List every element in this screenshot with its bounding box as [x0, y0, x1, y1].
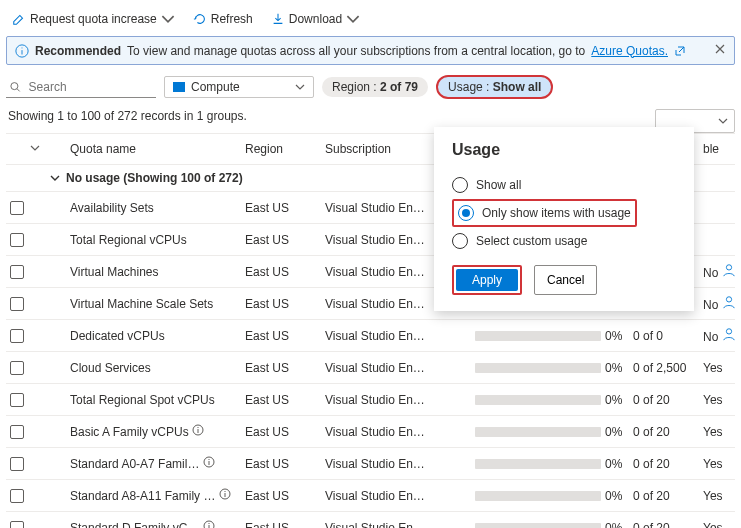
person-icon[interactable] [722, 327, 736, 341]
quota-name-cell: Virtual Machine Scale Sets [68, 293, 243, 315]
subscription-cell: Visual Studio En… [323, 453, 433, 475]
adjustable-cell: Yes [701, 357, 741, 379]
azure-quotas-link[interactable]: Azure Quotas. [591, 44, 668, 58]
row-checkbox[interactable] [10, 233, 24, 247]
radio-icon [452, 233, 468, 249]
command-bar: Request quota increase Refresh Download [6, 6, 735, 36]
info-icon[interactable] [192, 424, 204, 436]
usage-bar [473, 423, 603, 441]
region-cell: East US [243, 421, 323, 443]
chevron-down-icon [718, 116, 728, 126]
expand-all-toggle[interactable] [28, 136, 68, 162]
refresh-button[interactable]: Refresh [187, 10, 259, 28]
quota-text: 0 of 2,500 [631, 357, 701, 379]
radio-custom-usage[interactable]: Select custom usage [452, 227, 676, 255]
info-icon[interactable] [219, 488, 231, 500]
table-row[interactable]: Standard A0-A7 Famil… East USVisual Stud… [6, 448, 735, 480]
radio-only-usage[interactable]: Only show items with usage [458, 203, 631, 223]
subscription-cell: Visual Studio En… [323, 293, 433, 315]
row-checkbox[interactable] [10, 297, 24, 311]
chevron-down-icon [295, 82, 305, 92]
row-checkbox[interactable] [10, 265, 24, 279]
search-box[interactable] [6, 77, 156, 98]
radio-label: Only show items with usage [482, 206, 631, 220]
quota-grid: Quota name Region Subscription ble No us… [6, 133, 735, 528]
subscription-cell: Visual Studio En… [323, 517, 433, 529]
info-icon [15, 44, 29, 58]
request-quota-label: Request quota increase [30, 12, 157, 26]
usage-filter-pill[interactable]: Usage : Show all [436, 75, 553, 99]
radio-icon [452, 177, 468, 193]
chevron-down-icon [161, 12, 175, 26]
table-row[interactable]: Standard D Family vC… East USVisual Stud… [6, 512, 735, 528]
row-checkbox[interactable] [10, 329, 24, 343]
svg-point-4 [726, 329, 731, 334]
table-row[interactable]: Cloud ServicesEast USVisual Studio En…0%… [6, 352, 735, 384]
refresh-icon [193, 12, 207, 26]
row-checkbox[interactable] [10, 361, 24, 375]
usage-percent: 0% [603, 389, 631, 411]
chevron-down-icon [30, 143, 40, 153]
adjustable-cell: No [701, 259, 741, 284]
row-checkbox[interactable] [10, 457, 24, 471]
search-input[interactable] [27, 79, 152, 95]
region-filter-pill[interactable]: Region : 2 of 79 [322, 77, 428, 97]
quota-name-cell: Total Regional Spot vCPUs [68, 389, 243, 411]
subscription-cell: Visual Studio En… [323, 357, 433, 379]
row-checkbox[interactable] [10, 201, 24, 215]
subscription-cell: Visual Studio En… [323, 389, 433, 411]
apply-button[interactable]: Apply [456, 269, 518, 291]
info-icon[interactable] [203, 520, 215, 528]
cancel-button[interactable]: Cancel [534, 265, 597, 295]
region-cell: East US [243, 453, 323, 475]
usage-bar [473, 391, 603, 409]
col-subscription[interactable]: Subscription [323, 136, 433, 162]
row-checkbox[interactable] [10, 393, 24, 407]
table-row[interactable]: Standard A8-A11 Family … East USVisual S… [6, 480, 735, 512]
region-cell: East US [243, 485, 323, 507]
person-icon[interactable] [722, 263, 736, 277]
usage-label: Usage : [448, 80, 493, 94]
region-cell: East US [243, 517, 323, 529]
subscription-cell: Visual Studio En… [323, 261, 433, 283]
col-adjustable[interactable]: ble [701, 136, 741, 162]
adjustable-cell: Yes [701, 421, 741, 443]
external-link-icon [674, 45, 686, 57]
search-icon [10, 81, 21, 93]
usage-percent: 0% [603, 357, 631, 379]
col-region[interactable]: Region [243, 136, 323, 162]
radio-icon [458, 205, 474, 221]
subscription-cell: Visual Studio En… [323, 421, 433, 443]
usage-bar [473, 359, 603, 377]
table-row[interactable]: Basic A Family vCPUs East USVisual Studi… [6, 416, 735, 448]
refresh-label: Refresh [211, 12, 253, 26]
row-checkbox[interactable] [10, 425, 24, 439]
chevron-down-icon [346, 12, 360, 26]
request-quota-button[interactable]: Request quota increase [6, 10, 181, 28]
radio-label: Select custom usage [476, 234, 587, 248]
table-row[interactable]: Dedicated vCPUsEast USVisual Studio En…0… [6, 320, 735, 352]
adjustable-cell [701, 236, 741, 244]
usage-filter-popup: Usage Show all Only show items with usag… [434, 127, 694, 311]
adjustable-cell: Yes [701, 517, 741, 529]
person-icon[interactable] [722, 295, 736, 309]
row-checkbox[interactable] [10, 489, 24, 503]
col-quota-name[interactable]: Quota name [68, 136, 243, 162]
download-icon [271, 12, 285, 26]
table-row[interactable]: Total Regional Spot vCPUsEast USVisual S… [6, 384, 735, 416]
group-label: No usage (Showing 100 of 272) [66, 171, 243, 185]
region-label: Region : [332, 80, 380, 94]
quota-text: 0 of 20 [631, 485, 701, 507]
adjustable-cell: Yes [701, 485, 741, 507]
info-icon[interactable] [203, 456, 215, 468]
banner-close-button[interactable] [714, 43, 726, 58]
row-checkbox[interactable] [10, 521, 24, 529]
download-button[interactable]: Download [265, 10, 366, 28]
quota-text: 0 of 20 [631, 517, 701, 529]
adjustable-cell: Yes [701, 453, 741, 475]
quota-text: 0 of 0 [631, 325, 701, 347]
radio-show-all[interactable]: Show all [452, 171, 676, 199]
subscription-cell: Visual Studio En… [323, 325, 433, 347]
usage-percent: 0% [603, 325, 631, 347]
provider-select[interactable]: Compute [164, 76, 314, 98]
